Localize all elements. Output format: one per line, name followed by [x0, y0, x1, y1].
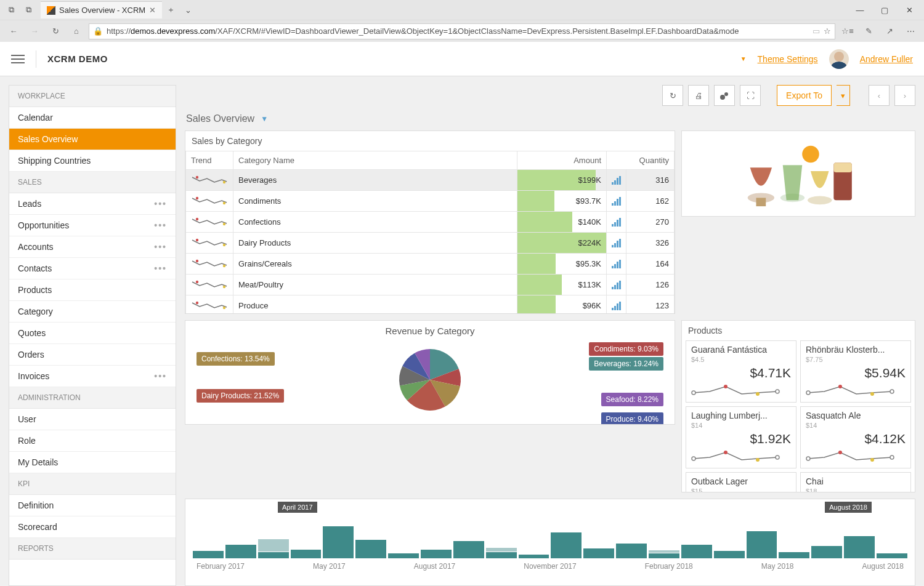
table-row[interactable]: Grains/Cereals$95.3K164: [186, 254, 675, 275]
new-tab-button[interactable]: ＋: [162, 1, 179, 18]
sidebar-item[interactable]: Scorecard: [9, 516, 176, 538]
product-card[interactable]: Outback Lager$15$11.4K: [686, 472, 796, 492]
sidebar-item-label: Definition: [18, 500, 54, 510]
url-input[interactable]: 🔒 https://demos.devexpress.com/XAF/XCRM/…: [89, 23, 835, 39]
col-trend[interactable]: Trend: [186, 151, 233, 170]
user-avatar[interactable]: [829, 49, 849, 69]
col-amount[interactable]: Amount: [517, 151, 607, 170]
timeline-axis-label: August 2018: [862, 562, 904, 571]
more-icon[interactable]: •••: [154, 263, 167, 273]
window-close-button[interactable]: ✕: [897, 1, 922, 18]
sidebar-item[interactable]: Products: [9, 279, 176, 301]
filter-icon[interactable]: ▼: [261, 114, 268, 123]
sidebar-item[interactable]: Definition: [9, 495, 176, 516]
timeline-start-marker: April 2017: [278, 502, 317, 513]
set-aside-icon[interactable]: ⧉: [20, 1, 37, 18]
sidebar-item[interactable]: Opportunities•••: [9, 215, 176, 236]
export-image-button[interactable]: 🖨: [688, 85, 709, 106]
sidebar-item-label: Accounts: [18, 242, 54, 252]
sidebar-item[interactable]: Sales Overview: [9, 129, 176, 150]
timeline-bar: [649, 550, 679, 558]
panel-title: Products: [682, 321, 915, 340]
sidebar-item[interactable]: Invoices•••: [9, 366, 176, 387]
next-record-button[interactable]: ›: [894, 85, 915, 106]
category-name-cell: Grains/Cereals: [233, 254, 517, 275]
quantity-bars: [607, 191, 626, 212]
restore-pages-icon[interactable]: ⧉: [2, 1, 20, 18]
svg-point-32: [724, 451, 727, 454]
more-icon[interactable]: •••: [154, 220, 167, 230]
notes-icon[interactable]: ✎: [860, 23, 877, 40]
svg-point-1: [724, 92, 728, 96]
tab-chevron-icon[interactable]: ⌄: [179, 1, 197, 18]
timeline-bar: [258, 539, 289, 558]
sidebar-item[interactable]: Contacts•••: [9, 258, 176, 279]
sidebar-item[interactable]: User: [9, 409, 176, 430]
more-icon[interactable]: ⋯: [902, 23, 919, 40]
pie-label: Condiments: 9.03%: [589, 342, 663, 356]
more-icon[interactable]: •••: [154, 242, 167, 252]
table-row[interactable]: Dairy Products$224K326: [186, 233, 675, 254]
parameters-button[interactable]: [714, 85, 735, 106]
lock-icon: 🔒: [93, 26, 103, 36]
product-card[interactable]: Guaraná Fantástica$4.5$4.71K: [686, 340, 796, 403]
sidebar-item[interactable]: Leads•••: [9, 193, 176, 215]
browser-back-button[interactable]: ←: [5, 23, 22, 40]
more-icon[interactable]: •••: [154, 199, 167, 209]
svg-point-5: [223, 202, 225, 204]
favorites-icon[interactable]: ☆≡: [839, 23, 856, 40]
table-row[interactable]: Produce$96K123: [186, 295, 675, 315]
svg-point-12: [196, 281, 198, 283]
timeline-bar: [453, 541, 484, 558]
sidebar-item[interactable]: Calendar: [9, 107, 176, 129]
svg-rect-22: [833, 163, 851, 172]
window-minimize-button[interactable]: —: [848, 1, 872, 18]
quantity-cell: 270: [626, 212, 675, 233]
sidebar-item[interactable]: Shipping Countries: [9, 150, 176, 172]
amount-cell: $113K: [517, 275, 607, 295]
window-maximize-button[interactable]: ▢: [872, 1, 897, 18]
trend-sparkline: [186, 295, 233, 315]
close-tab-icon[interactable]: ✕: [149, 6, 156, 15]
product-card[interactable]: Rhönbräu Klosterb...$7.75$5.94K: [800, 340, 911, 403]
favorite-star-icon[interactable]: ☆: [824, 26, 831, 36]
table-row[interactable]: Confections$140K270: [186, 212, 675, 233]
app-title: XCRM DEMO: [47, 54, 108, 64]
more-icon[interactable]: •••: [154, 371, 167, 381]
sidebar-item[interactable]: Role: [9, 430, 176, 452]
sidebar-item[interactable]: Accounts•••: [9, 236, 176, 258]
export-dropdown-button[interactable]: ▾: [837, 85, 850, 106]
sidebar-item[interactable]: Quotes: [9, 323, 176, 344]
export-to-button[interactable]: Export To: [777, 85, 832, 106]
sidebar-item[interactable]: My Details: [9, 452, 176, 473]
table-row[interactable]: Meat/Poultry$113K126: [186, 275, 675, 295]
product-card[interactable]: Chai$18$10.8K: [800, 472, 911, 492]
product-card[interactable]: Sasquatch Ale$14$4.12K: [800, 406, 911, 468]
amount-cell: $140K: [517, 212, 607, 233]
svg-point-35: [806, 457, 810, 460]
col-name[interactable]: Category Name: [233, 151, 517, 170]
menu-toggle-button[interactable]: [11, 52, 25, 66]
reader-icon[interactable]: ▭: [813, 26, 820, 36]
browser-tab[interactable]: Sales Overview - XCRM ✕: [41, 1, 162, 18]
timeline-bar: [193, 551, 224, 558]
sidebar-item[interactable]: Category: [9, 301, 176, 323]
product-sparkline: [806, 382, 906, 399]
theme-caret-icon[interactable]: ▼: [740, 55, 747, 62]
theme-settings-link[interactable]: Theme Settings: [758, 54, 818, 64]
product-card[interactable]: Laughing Lumberj...$14$1.92K: [686, 406, 796, 468]
prev-record-button[interactable]: ‹: [869, 85, 890, 106]
browser-forward-button[interactable]: →: [26, 23, 43, 40]
share-icon[interactable]: ↗: [881, 23, 898, 40]
product-value: $4.71K: [691, 366, 791, 380]
browser-home-button[interactable]: ⌂: [68, 23, 85, 40]
table-row[interactable]: Condiments$93.7K162: [186, 191, 675, 212]
timeline-panel[interactable]: April 2017 August 2018 February 2017May …: [185, 499, 915, 586]
user-name-link[interactable]: Andrew Fuller: [860, 54, 913, 64]
col-quantity[interactable]: Quantity: [607, 151, 675, 170]
fullscreen-button[interactable]: ⛶: [740, 85, 761, 106]
table-row[interactable]: Beverages$199K316: [186, 170, 675, 191]
browser-refresh-button[interactable]: ↻: [47, 23, 64, 40]
sidebar-item[interactable]: Orders: [9, 344, 176, 366]
refresh-button[interactable]: ↻: [662, 85, 683, 106]
